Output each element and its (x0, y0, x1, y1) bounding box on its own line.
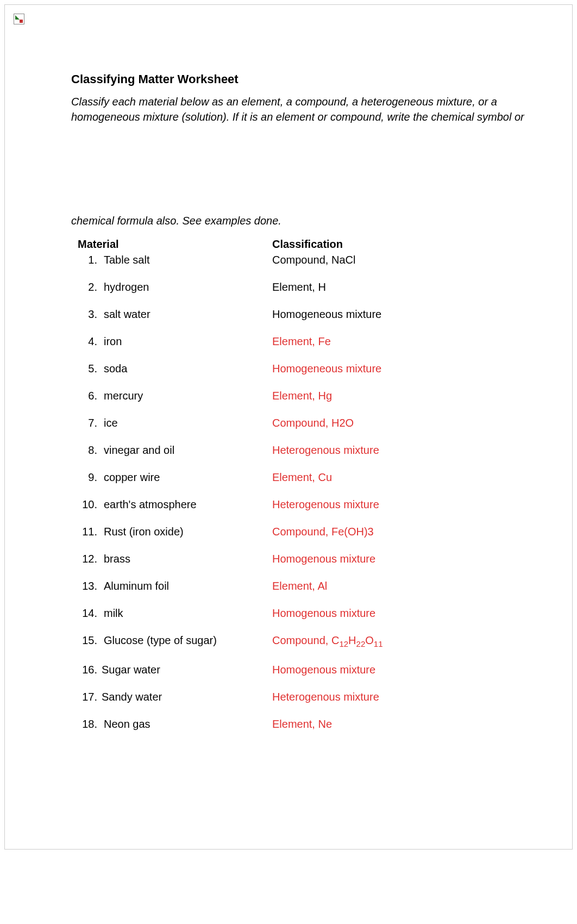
instructions-part-2: chemical formula also. See examples done… (71, 215, 528, 227)
row-classification: Element, Al (272, 579, 528, 593)
table-row: 14. milkHomogenous mixture (71, 606, 528, 620)
row-classification: Compound, C12H22O11 (272, 633, 528, 650)
table-row: 1. Table saltCompound, NaCl (71, 253, 528, 267)
row-classification: Element, Cu (272, 470, 528, 484)
row-number: 9. (71, 470, 101, 484)
row-classification: Homogeneous mixture (272, 307, 528, 321)
row-material: salt water (101, 307, 272, 321)
row-material: milk (101, 606, 272, 620)
table-body: 1. Table saltCompound, NaCl2. hydrogenEl… (71, 253, 528, 731)
table-row: 12. brassHomogenous mixture (71, 552, 528, 566)
page-frame: Classifying Matter Worksheet Classify ea… (4, 4, 573, 850)
table-row: 16.Sugar waterHomogenous mixture (71, 663, 528, 677)
row-classification: Element, Hg (272, 389, 528, 403)
row-material: Aluminum foil (101, 579, 272, 593)
row-number: 15. (71, 633, 101, 650)
table-row: 5. sodaHomogeneous mixture (71, 361, 528, 376)
row-classification: Element, Fe (272, 334, 528, 348)
row-number: 13. (71, 579, 101, 593)
row-number: 2. (71, 280, 101, 294)
row-classification: Element, H (272, 280, 528, 294)
row-number: 8. (71, 443, 101, 457)
row-classification: Heterogenous mixture (272, 497, 528, 511)
row-material: Sugar water (101, 663, 272, 677)
table-row: 3. salt waterHomogeneous mixture (71, 307, 528, 321)
row-material: mercury (101, 389, 272, 403)
worksheet-table: Material Classification 1. Table saltCom… (71, 238, 528, 731)
table-row: 8. vinegar and oilHeterogenous mixture (71, 443, 528, 457)
row-material: ice (101, 416, 272, 430)
row-classification: Homogeneous mixture (272, 361, 528, 376)
table-row: 15. Glucose (type of sugar)Compound, C12… (71, 633, 528, 650)
instructions-part-1: Classify each material below as an eleme… (71, 94, 528, 124)
row-number: 18. (71, 717, 101, 731)
row-number: 10. (71, 497, 101, 511)
table-row: 11. Rust (iron oxide)Compound, Fe(OH)3 (71, 525, 528, 539)
row-classification: Compound, H2O (272, 416, 528, 430)
row-material: vinegar and oil (101, 443, 272, 457)
row-number: 1. (71, 253, 101, 267)
row-classification: Compound, Fe(OH)3 (272, 525, 528, 539)
row-number: 12. (71, 552, 101, 566)
table-row: 9. copper wireElement, Cu (71, 470, 528, 484)
table-row: 18. Neon gasElement, Ne (71, 717, 528, 731)
row-material: soda (101, 361, 272, 376)
row-material: brass (101, 552, 272, 566)
table-row: 2. hydrogenElement, H (71, 280, 528, 294)
row-material: Glucose (type of sugar) (101, 633, 272, 650)
row-number: 17. (71, 690, 101, 704)
row-classification: Heterogenous mixture (272, 690, 528, 704)
broken-image-icon (14, 14, 24, 24)
row-number: 3. (71, 307, 101, 321)
row-classification: Compound, NaCl (272, 253, 528, 267)
row-material: Neon gas (101, 717, 272, 731)
row-material: copper wire (101, 470, 272, 484)
table-row: 13. Aluminum foilElement, Al (71, 579, 528, 593)
row-material: Rust (iron oxide) (101, 525, 272, 539)
row-classification: Homogenous mixture (272, 663, 528, 677)
table-row: 17.Sandy waterHeterogenous mixture (71, 690, 528, 704)
table-row: 4. ironElement, Fe (71, 334, 528, 348)
row-number: 7. (71, 416, 101, 430)
row-material: Table salt (101, 253, 272, 267)
header-classification: Classification (272, 238, 528, 251)
row-material: hydrogen (101, 280, 272, 294)
row-classification: Homogenous mixture (272, 552, 528, 566)
content-area: Classifying Matter Worksheet Classify ea… (71, 72, 528, 744)
row-classification: Heterogenous mixture (272, 443, 528, 457)
row-number: 6. (71, 389, 101, 403)
row-classification: Element, Ne (272, 717, 528, 731)
row-number: 14. (71, 606, 101, 620)
row-number: 16. (71, 663, 101, 677)
table-row: 10. earth's atmosphereHeterogenous mixtu… (71, 497, 528, 511)
worksheet-title: Classifying Matter Worksheet (71, 72, 528, 86)
header-material: Material (71, 238, 272, 251)
row-material: iron (101, 334, 272, 348)
table-row: 6. mercuryElement, Hg (71, 389, 528, 403)
row-number: 5. (71, 361, 101, 376)
row-number: 4. (71, 334, 101, 348)
row-classification: Homogenous mixture (272, 606, 528, 620)
row-material: earth's atmosphere (101, 497, 272, 511)
table-row: 7. iceCompound, H2O (71, 416, 528, 430)
table-header-row: Material Classification (71, 238, 528, 251)
row-material: Sandy water (101, 690, 272, 704)
row-number: 11. (71, 525, 101, 539)
